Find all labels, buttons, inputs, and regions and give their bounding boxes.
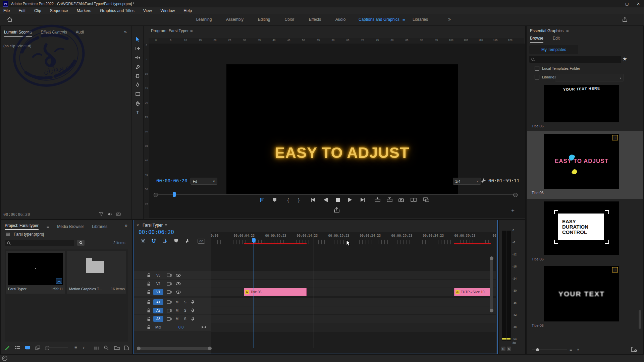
lock-icon[interactable] — [147, 325, 151, 329]
track-target-v2[interactable]: V2 — [153, 281, 163, 287]
voiceover-mic-icon[interactable] — [191, 300, 194, 304]
tab-libraries[interactable]: Libraries — [413, 17, 428, 22]
solo-right-button[interactable]: S — [507, 347, 511, 351]
mark-out-icon[interactable]: } — [294, 196, 303, 203]
menu-item[interactable]: Edit — [18, 8, 25, 13]
slip-tool-icon[interactable] — [135, 73, 141, 79]
project-search-input[interactable] — [5, 240, 74, 246]
sort-chevron-icon[interactable]: ∨ — [577, 348, 579, 351]
close-button[interactable]: ✕ — [633, 0, 644, 7]
scrollbar-top-knob[interactable] — [490, 256, 493, 260]
mix-level-value[interactable]: 0.0 — [178, 325, 183, 329]
automate-to-sequence-icon[interactable] — [94, 346, 100, 350]
mute-button[interactable]: M — [174, 317, 180, 321]
local-templates-checkbox[interactable]: Local Templates Folder — [535, 66, 580, 71]
source-patch-icon[interactable] — [167, 290, 172, 294]
list-view-icon[interactable] — [15, 346, 20, 350]
menu-item[interactable]: Clip — [34, 8, 41, 13]
new-bin-icon[interactable] — [114, 346, 120, 350]
voiceover-mic-icon[interactable] — [191, 317, 194, 321]
lock-icon[interactable] — [147, 273, 151, 278]
search-bin-icon[interactable] — [77, 240, 85, 246]
program-current-timecode[interactable]: 00:00:06:20 — [156, 178, 187, 183]
extract-icon[interactable] — [385, 196, 394, 203]
mute-button[interactable]: M — [174, 300, 180, 304]
tab-effects[interactable]: Effects — [309, 17, 321, 22]
libraries-checkbox[interactable]: Libraries — [535, 75, 556, 79]
hand-tool-icon[interactable] — [135, 101, 141, 106]
playhead-handle[interactable] — [252, 238, 256, 244]
source-patch-icon[interactable] — [167, 274, 172, 277]
tab-edit[interactable]: Edit — [553, 36, 560, 43]
button-editor-plus-icon[interactable]: + — [511, 207, 515, 214]
track-target-v1[interactable]: V1 — [153, 289, 163, 295]
program-playhead[interactable] — [173, 192, 176, 197]
camera-icon[interactable] — [116, 212, 121, 216]
lock-icon[interactable] — [147, 282, 151, 286]
lock-icon[interactable] — [147, 300, 151, 304]
captions-icon[interactable]: CC — [198, 239, 205, 244]
composite-overlay-icon[interactable] — [258, 196, 266, 203]
pen-tool-icon[interactable] — [135, 82, 141, 88]
export-frame-icon[interactable] — [397, 196, 406, 203]
step-forward-icon[interactable] — [345, 196, 354, 203]
voiceover-mic-icon[interactable] — [191, 308, 194, 313]
sort-chevron-icon[interactable]: ∨ — [83, 346, 85, 349]
tab-assembly[interactable]: Assembly — [226, 17, 244, 22]
zoom-level-dropdown[interactable]: Fit∨ — [191, 178, 217, 185]
selection-tool-icon[interactable] — [135, 37, 141, 42]
icon-view-icon[interactable] — [25, 346, 31, 350]
maximize-button[interactable]: ▢ — [621, 0, 633, 7]
workspace-menu-icon[interactable]: ≡ — [402, 17, 405, 22]
menu-item[interactable]: Markers — [77, 8, 91, 13]
timeline-current-timecode[interactable]: 00:00:06:20 — [139, 229, 174, 235]
solo-button[interactable]: S — [182, 317, 188, 321]
template-source-dropdown[interactable]: My Templates — [529, 45, 578, 54]
filter-icon[interactable] — [99, 212, 104, 216]
track-target-a2[interactable]: A2 — [153, 308, 163, 313]
toggle-track-output-eye-icon[interactable] — [176, 291, 181, 294]
favorites-star-icon[interactable]: ★ — [623, 56, 627, 62]
tab-media-browser[interactable]: Media Browser — [57, 224, 84, 229]
nest-sequences-icon[interactable] — [141, 238, 146, 243]
scrubber-left-knob[interactable] — [154, 193, 158, 197]
toggle-track-output-eye-icon[interactable] — [176, 274, 181, 277]
project-breadcrumb[interactable]: Farsi typer.prproj — [5, 232, 44, 237]
tab-project[interactable]: Project: Farsi typer — [5, 223, 39, 230]
sort-icon[interactable]: ≡ — [74, 345, 77, 350]
source-patch-icon[interactable] — [167, 282, 172, 286]
menu-item[interactable]: Window — [161, 8, 175, 13]
clip-tutp-slice-10[interactable]: fx TUTP - Slice 10 — [454, 288, 491, 296]
keyframe-nav-icon[interactable] — [202, 325, 206, 329]
tab-color[interactable]: Color — [285, 17, 294, 22]
scrollbar-left-knob[interactable] — [137, 347, 141, 350]
template-search-input[interactable] — [529, 56, 621, 63]
scrubber-right-knob[interactable] — [513, 193, 518, 197]
project-panel-menu-icon[interactable]: ≡ — [47, 224, 49, 229]
template-item[interactable]: EASY DURATION CONTROL Title 06 — [527, 201, 643, 265]
track-target-a3[interactable]: A3 — [153, 316, 163, 322]
type-tool-icon[interactable]: T — [135, 110, 141, 115]
go-to-out-icon[interactable] — [358, 196, 367, 203]
timeline-tab[interactable]: Farsi Typer — [143, 223, 163, 228]
menu-item[interactable]: Help — [183, 8, 192, 13]
speaker-icon[interactable] — [108, 212, 112, 216]
tab-libraries-project[interactable]: Libraries — [92, 224, 107, 229]
timeline-panel-menu-icon[interactable]: ≡ — [165, 223, 167, 228]
libraries-dropdown[interactable]: ∨ — [555, 74, 624, 81]
minimize-button[interactable]: ─ — [610, 0, 621, 7]
step-back-icon[interactable] — [321, 196, 330, 203]
writable-pencil-icon[interactable] — [5, 346, 10, 351]
lock-icon[interactable] — [147, 308, 151, 313]
track-target-a1[interactable]: A1 — [153, 299, 163, 305]
track-select-forward-tool-icon[interactable] — [135, 46, 141, 51]
timeline-close-icon[interactable]: × — [137, 223, 139, 228]
template-list-scrollbar[interactable] — [639, 310, 641, 329]
panel-overflow-icon[interactable]: » — [124, 29, 127, 35]
ripple-edit-tool-icon[interactable] — [135, 55, 141, 60]
workspace-overflow-icon[interactable]: » — [448, 16, 451, 22]
project-item-folder[interactable]: Motion Graphics T... 16 items — [67, 251, 126, 294]
program-vertical-ruler[interactable]: 0510152025303540455055 — [144, 44, 149, 218]
menu-item[interactable]: View — [143, 8, 152, 13]
freeform-view-icon[interactable] — [35, 346, 41, 350]
